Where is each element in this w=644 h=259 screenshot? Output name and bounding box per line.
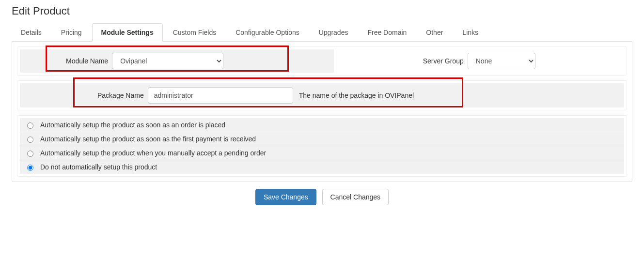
package-name-label: Package Name <box>97 91 144 99</box>
setup-option-radio-2[interactable] <box>27 151 33 157</box>
setup-option-label-3: Do not automatically setup this product <box>40 163 157 171</box>
tab-upgrades[interactable]: Upgrades <box>310 23 358 42</box>
tab-custom-fields[interactable]: Custom Fields <box>164 23 225 42</box>
tab-links[interactable]: Links <box>453 23 487 42</box>
footer-buttons: Save Changes Cancel Changes <box>12 189 632 205</box>
module-server-block: Module Name Ovipanel Server Group None <box>17 46 627 76</box>
cancel-button[interactable]: Cancel Changes <box>322 189 389 205</box>
server-group-label: Server Group <box>423 57 464 65</box>
setup-option-row[interactable]: Automatically setup the product as soon … <box>20 118 624 132</box>
setup-option-label-1: Automatically setup the product as soon … <box>40 135 256 143</box>
page-title: Edit Product <box>12 5 632 17</box>
tabs: Details Pricing Module Settings Custom F… <box>12 23 632 42</box>
module-name-select[interactable]: Ovipanel <box>112 53 223 69</box>
setup-option-row[interactable]: Automatically setup the product as soon … <box>20 132 624 146</box>
package-help-text: The name of the package in OVIPanel <box>299 91 414 99</box>
setup-option-label-2: Automatically setup the product when you… <box>40 149 266 157</box>
setup-option-label-0: Automatically setup the product as soon … <box>40 121 225 129</box>
tab-free-domain[interactable]: Free Domain <box>358 23 416 42</box>
setup-option-row[interactable]: Automatically setup the product when you… <box>20 146 624 160</box>
setup-option-radio-0[interactable] <box>27 122 33 129</box>
setup-option-row[interactable]: Do not automatically setup this product <box>20 160 624 174</box>
tab-pricing[interactable]: Pricing <box>52 23 91 42</box>
server-group-select[interactable]: None <box>468 53 535 69</box>
setup-option-radio-3[interactable] <box>27 165 33 171</box>
tab-configurable-options[interactable]: Configurable Options <box>226 23 309 42</box>
tab-module-settings[interactable]: Module Settings <box>92 23 163 42</box>
setup-option-radio-1[interactable] <box>27 137 33 143</box>
package-name-input[interactable] <box>148 87 293 104</box>
save-button[interactable]: Save Changes <box>255 189 316 205</box>
package-block: Package Name The name of the package in … <box>17 80 627 110</box>
tab-details[interactable]: Details <box>12 23 51 42</box>
tab-content: Module Name Ovipanel Server Group None <box>12 42 632 182</box>
module-name-label: Module Name <box>66 57 108 65</box>
auto-setup-section: Automatically setup the product as soon … <box>17 115 627 177</box>
tab-other[interactable]: Other <box>417 23 452 42</box>
